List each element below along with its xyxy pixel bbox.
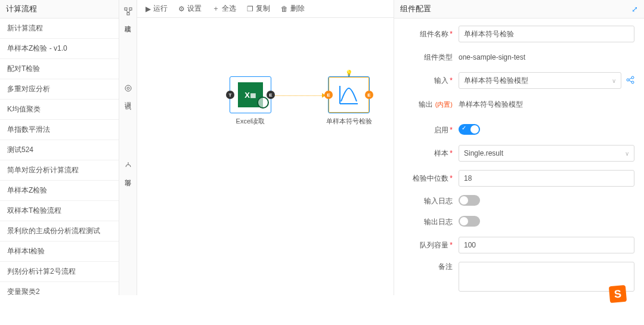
process-list: 新计算流程 单样本Z检验 - v1.0 配对T检验 多重对应分析 K均值聚类 单… (0, 18, 119, 295)
check-icon: ✓ (462, 125, 466, 131)
sidebar-item[interactable]: 新计算流程 (0, 18, 119, 39)
svg-point-3 (125, 85, 131, 91)
sign-test-node[interactable]: 💡 E E 单样本符号检验 (325, 76, 373, 126)
label-output: 输出 (内置) (404, 100, 459, 110)
select-all-button[interactable]: ＋ 全选 (212, 4, 236, 14)
delete-button[interactable]: 🗑 删除 (281, 4, 305, 14)
input-select[interactable]: 单样本符号检验模型 ∨ (459, 72, 621, 89)
select-value: 单样本符号检验模型 (464, 76, 528, 86)
tab-model[interactable]: 建模 (121, 0, 135, 29)
sidebar-item[interactable]: 单样本t检验 (0, 242, 119, 262)
queue-input[interactable] (459, 237, 634, 253)
copy-icon: ❐ (247, 5, 253, 13)
button-label: 删除 (290, 4, 305, 14)
sidebar-item[interactable]: 测试524 (0, 140, 119, 160)
chevron-down-icon: ∨ (625, 150, 629, 157)
sidebar-item[interactable]: 单样本Z检验 (0, 181, 119, 201)
enable-toggle[interactable]: ✓ (459, 124, 480, 135)
svg-rect-1 (129, 8, 132, 10)
config-panel: 组件配置 ⤢ 组件名称* 组件类型 one-sample-sign-test 输… (394, 0, 644, 295)
sidebar-item[interactable]: 单指数平滑法 (0, 120, 119, 140)
button-label: 全选 (222, 4, 236, 14)
input-log-toggle[interactable] (459, 195, 480, 206)
node-label: 单样本符号检验 (326, 117, 372, 126)
excel-icon: X≣ (238, 82, 263, 107)
sidebar-item[interactable]: 单样本Z检验 - v1.0 (0, 39, 119, 59)
node-label: Excel读取 (236, 117, 265, 126)
sample-select[interactable]: Single.result ∨ (459, 145, 634, 162)
play-icon: ▶ (145, 5, 151, 13)
label-out-log: 输出日志 (404, 217, 459, 227)
remark-textarea[interactable] (459, 262, 634, 292)
process-sidebar: 计算流程 新计算流程 单样本Z检验 - v1.0 配对T检验 多重对应分析 K均… (0, 0, 119, 295)
debug-icon (124, 84, 132, 94)
flow-canvas[interactable]: T X≣ E Excel读取 💡 E E 单样本符号检验 (137, 18, 394, 295)
canvas-area: ▶ 运行 ⚙ 设置 ＋ 全选 ❐ 复制 🗑 删除 (137, 0, 394, 295)
deploy-icon (124, 161, 132, 171)
excel-read-node[interactable]: T X≣ E Excel读取 (227, 76, 274, 126)
config-title: 组件配置 (400, 4, 431, 14)
label-sample: 样本* (404, 148, 459, 159)
button-label: 设置 (187, 4, 202, 14)
median-input[interactable] (459, 170, 634, 187)
output-log-toggle[interactable] (459, 216, 480, 227)
select-value: Single.result (464, 149, 503, 157)
svg-rect-2 (127, 13, 129, 15)
button-label: 复制 (256, 4, 270, 14)
trash-icon: 🗑 (281, 5, 288, 13)
sidebar-item[interactable]: K均值聚类 (0, 100, 119, 120)
tab-label: 建模 (123, 20, 132, 22)
flow-edge[interactable] (271, 95, 322, 97)
tab-label: 部署 (123, 174, 132, 176)
svg-point-4 (127, 87, 129, 89)
input-port[interactable]: E (324, 91, 333, 99)
sidebar-item[interactable]: 变量聚类2 (0, 282, 119, 295)
output-value: 单样本符号检验模型 (459, 97, 634, 112)
output-port[interactable]: E (267, 91, 275, 99)
tab-label: 调试 (123, 97, 132, 99)
gear-icon: ⚙ (178, 5, 185, 13)
component-type-value: one-sample-sign-test (459, 51, 634, 64)
tab-debug[interactable]: 调试 (121, 77, 135, 106)
svg-point-5 (631, 76, 634, 79)
copy-button[interactable]: ❐ 复制 (247, 4, 270, 14)
svg-point-6 (627, 79, 629, 81)
label-median: 检验中位数* (404, 174, 459, 184)
svg-point-7 (631, 81, 634, 83)
share-icon[interactable] (626, 76, 634, 86)
sidebar-item[interactable]: 判别分析计算2号流程 (0, 262, 119, 282)
tab-deploy[interactable]: 部署 (121, 154, 135, 183)
label-queue: 队列容量* (404, 240, 459, 250)
model-icon (124, 7, 132, 17)
sidebar-item[interactable]: 景利欣的主成份分析流程测试 (0, 221, 119, 242)
sidebar-item[interactable]: 配对T检验 (0, 59, 119, 79)
plus-icon: ＋ (212, 4, 219, 14)
mode-tabs: 建模 调试 部署 (119, 0, 137, 295)
label-remark: 备注 (404, 262, 459, 272)
sogou-ime-icon[interactable]: S (609, 285, 627, 303)
label-enable: 启用* (404, 125, 459, 135)
component-name-input[interactable] (459, 26, 634, 42)
chart-icon (336, 82, 361, 107)
sidebar-item[interactable]: 双样本T检验流程 (0, 201, 119, 221)
label-in-log: 输入日志 (404, 196, 459, 206)
chevron-down-icon: ∨ (612, 78, 616, 84)
label-type: 组件类型 (404, 52, 459, 63)
sidebar-title: 计算流程 (0, 0, 119, 18)
label-name: 组件名称* (404, 29, 459, 39)
sidebar-item[interactable]: 多重对应分析 (0, 79, 119, 100)
output-port[interactable]: E (365, 91, 373, 99)
button-label: 运行 (153, 4, 168, 14)
sidebar-item[interactable]: 简单对应分析计算流程 (0, 160, 119, 181)
expand-icon[interactable]: ⤢ (631, 5, 638, 14)
svg-rect-0 (125, 8, 127, 10)
input-port[interactable]: T (226, 91, 234, 99)
run-button[interactable]: ▶ 运行 (145, 4, 168, 14)
settings-button[interactable]: ⚙ 设置 (178, 4, 202, 14)
label-input: 输入* (404, 76, 459, 86)
config-header: 组件配置 ⤢ (394, 0, 644, 18)
bulb-icon: 💡 (345, 70, 352, 76)
canvas-toolbar: ▶ 运行 ⚙ 设置 ＋ 全选 ❐ 复制 🗑 删除 (137, 0, 394, 18)
